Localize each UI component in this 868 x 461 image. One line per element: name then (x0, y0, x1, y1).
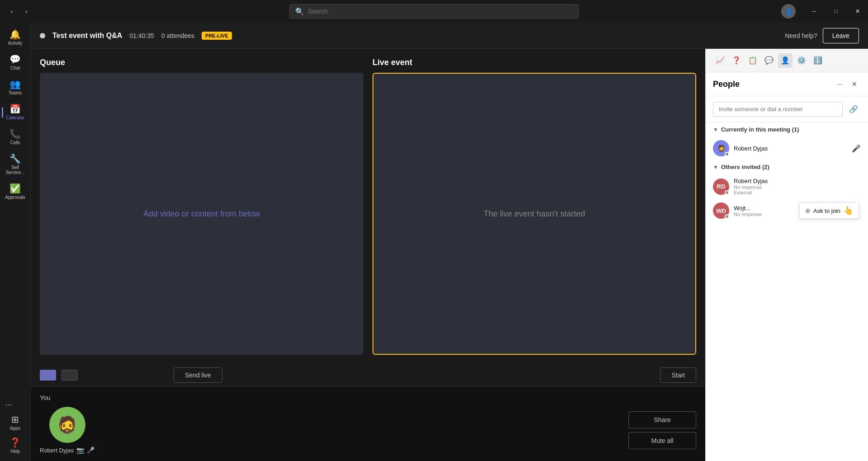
meeting-main: Queue Add video or content from below Li… (31, 49, 868, 461)
sidebar-more-button[interactable]: ... (2, 395, 29, 411)
participant-info-rd: Robert Dyjas No response External (734, 178, 861, 195)
toolbar-info-icon[interactable]: ℹ️ (811, 53, 825, 68)
cursor-pointer: 👆 (843, 206, 853, 216)
people-close-button[interactable]: ✕ (848, 78, 861, 90)
ask-join-label: Ask to join (813, 207, 840, 214)
start-button[interactable]: Start (660, 367, 696, 383)
currently-in-title: Currently in this meeting (1) (721, 126, 799, 133)
sidebar-item-approvals[interactable]: ✅ Approvals (2, 180, 29, 203)
live-title: Live event (373, 58, 696, 67)
toolbar-settings-icon[interactable]: ⚙️ (794, 53, 809, 68)
bottom-controls: Send live Start (31, 364, 705, 386)
ask-join-icon: ⊕ (805, 207, 811, 214)
sidebar-item-calls[interactable]: 📞 Calls (2, 126, 29, 149)
approvals-icon: ✅ (9, 184, 21, 193)
app-layout: 🔔 Activity 💬 Chat 👥 Teams 📅 Calendar 📞 C… (0, 23, 868, 461)
meeting-header: Test event with Q&A 01:40:35 0 attendees… (31, 23, 868, 49)
sidebar-item-label: Chat (10, 66, 20, 71)
minimize-button[interactable]: ─ (804, 4, 825, 19)
chat-icon: 💬 (9, 55, 21, 64)
toolbar-analytics-icon[interactable]: 📈 (713, 53, 727, 68)
status-dot (725, 190, 729, 195)
toolbar-chat-icon[interactable]: 💬 (762, 53, 776, 68)
sidebar-item-label: Help (10, 449, 20, 454)
split-view: Queue Add video or content from below Li… (31, 49, 705, 364)
mic-off-icon: 🎤 (87, 447, 94, 454)
queue-panel: Queue Add video or content from below (40, 58, 363, 355)
calls-icon: 📞 (9, 129, 21, 138)
participant-avatar-wd: WD (713, 202, 729, 219)
toolbar-people-icon[interactable]: 👤 (778, 53, 793, 68)
sidebar-item-label: Activity (8, 41, 23, 46)
sidebar-item-apps[interactable]: ⊞ Apps (2, 411, 29, 434)
others-invited-header[interactable]: ▼ Others invited (2) (706, 160, 868, 174)
queue-title: Queue (40, 58, 363, 67)
status-dot (725, 152, 729, 156)
meeting-time: 01:40:35 (129, 32, 154, 39)
you-label: You (40, 394, 696, 401)
sidebar-item-label: Teams (9, 90, 22, 95)
toolbar-qa-icon[interactable]: ❓ (729, 53, 744, 68)
sidebar-item-help[interactable]: ❓ Help (2, 434, 29, 457)
sidebar-item-teams[interactable]: 👥 Teams (2, 76, 29, 99)
toolbar-notes-icon[interactable]: 📋 (745, 53, 760, 68)
presenter-card: 🧔 Robert Dyjas 📷 🎤 (40, 407, 94, 454)
teams-icon: 👥 (9, 80, 21, 89)
ask-to-join-tooltip[interactable]: ⊕ Ask to join 👆 (799, 202, 859, 219)
sidebar-item-calendar[interactable]: 📅 Calendar (2, 101, 29, 124)
you-actions: Share Mute all (628, 411, 696, 449)
participant-info: Robert Dyjas (734, 145, 847, 152)
participant-row-wd-invited: WD Wojt... No response ⊕ Ask to join 👆 (706, 199, 868, 222)
participant-name-rd: Robert Dyjas (734, 178, 861, 184)
people-header: People ··· ✕ (706, 72, 868, 96)
right-panel-content: People ··· ✕ 🔗 ▼ Currently i (706, 72, 868, 461)
sidebar-item-label: Self Service... (5, 165, 26, 175)
currently-in-header[interactable]: ▼ Currently in this meeting (1) (706, 122, 868, 136)
people-title: People (713, 80, 834, 89)
sidebar-item-label: Calendar (6, 115, 24, 120)
chevron-down-icon: ▼ (713, 164, 718, 170)
people-actions: ··· ✕ (834, 78, 861, 90)
sidebar-item-chat[interactable]: 💬 Chat (2, 51, 29, 74)
camera-off-icon: 📷 (76, 447, 84, 454)
sidebar: 🔔 Activity 💬 Chat 👥 Teams 📅 Calendar 📞 C… (0, 23, 31, 461)
queue-content: Add video or content from below (40, 73, 363, 355)
view-button-2[interactable] (61, 370, 78, 381)
avatar-photo-sm: 🧔 (717, 145, 725, 152)
invite-input[interactable] (713, 102, 843, 117)
people-more-button[interactable]: ··· (834, 78, 846, 90)
presenter-avatar: 🧔 (49, 407, 85, 443)
help-icon: ❓ (9, 438, 21, 447)
invite-link-button[interactable]: 🔗 (846, 102, 861, 117)
forward-button[interactable]: › (20, 5, 33, 18)
sidebar-item-activity[interactable]: 🔔 Activity (2, 26, 29, 49)
sidebar-item-self-service[interactable]: 🔧 Self Service... (2, 151, 29, 179)
participant-avatar-rd: 🧔 (713, 140, 729, 156)
meeting-title: Test event with Q&A (52, 32, 122, 40)
live-indicator (40, 33, 45, 38)
add-video-text: Add video or content from below (143, 209, 260, 219)
maximize-button[interactable]: □ (826, 4, 846, 19)
back-button[interactable]: ‹ (5, 5, 18, 18)
mic-icon: 🎤 (852, 144, 861, 153)
close-button[interactable]: ✕ (847, 4, 868, 19)
title-bar: ‹ › 🔍 👤 ─ □ ✕ (0, 0, 868, 23)
user-avatar[interactable]: 👤 (781, 4, 796, 19)
share-button[interactable]: Share (628, 411, 696, 428)
you-content: 🧔 Robert Dyjas 📷 🎤 Share Mute all (40, 407, 696, 454)
mute-all-button[interactable]: Mute all (628, 432, 696, 449)
sidebar-item-label: Approvals (5, 195, 25, 200)
meeting-content: Queue Add video or content from below Li… (31, 49, 705, 461)
meeting-attendees: 0 attendees (161, 32, 194, 39)
need-help-link[interactable]: Need help? (785, 32, 817, 39)
search-bar[interactable]: 🔍 (289, 4, 579, 19)
search-input[interactable] (308, 8, 573, 15)
leave-button[interactable]: Leave (823, 28, 859, 43)
live-event-text: The live event hasn't started (484, 209, 585, 219)
window-controls: ─ □ ✕ (804, 4, 868, 19)
view-button-1[interactable] (40, 370, 56, 381)
send-live-button[interactable]: Send live (174, 367, 222, 383)
chevron-down-icon: ▼ (713, 127, 718, 133)
content-area: Test event with Q&A 01:40:35 0 attendees… (31, 23, 868, 461)
activity-icon: 🔔 (9, 30, 21, 39)
